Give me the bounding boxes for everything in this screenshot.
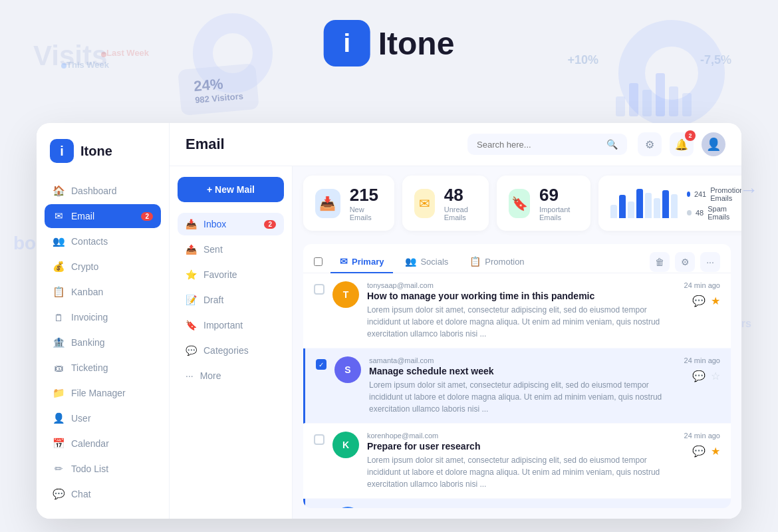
select-all-checkbox[interactable] [314,257,323,266]
search-input[interactable] [477,140,601,150]
categories-icon: 💬 [186,345,197,356]
sidebar-logo: i Itone [37,139,169,179]
bg-arrow-right: → [739,180,758,201]
email-row[interactable]: ✓ J jordannico@mail.com Bug Issues Repor… [303,499,731,508]
stat-card-important: 🔖 69 Important Emails [497,176,590,231]
sidebar-item-crypto[interactable]: 💰 Crypto [45,255,161,279]
comment-icon[interactable]: 💬 [692,445,706,458]
folder-sent[interactable]: 📤 Sent [178,238,284,261]
tab-label: Primary [352,257,384,267]
bg-logo-icon: i [324,20,370,66]
email-content: samanta@mail.com Manage schedule next we… [369,356,676,415]
main-header: Email 🔍 ⚙ 🔔 2 👤 [170,123,741,166]
dashboard-icon: 🏠 [53,185,65,197]
tab-promotion[interactable]: 📋 Promotion [460,251,533,273]
crypto-icon: 💰 [53,261,65,273]
stat-card-unread: ✉ 48 Unread Emails [402,176,489,231]
notifications-button[interactable]: 🔔 2 [670,132,694,156]
more-options-button[interactable]: ··· [700,252,720,272]
promotion-label: Promotion Emails [710,186,741,202]
star-icon[interactable]: ★ [711,295,720,307]
folder-inbox[interactable]: 📥 Inbox 2 [178,213,284,235]
ellipsis-icon: ··· [706,257,714,267]
folder-label: Inbox [203,219,226,229]
email-avatar: S [334,356,361,383]
email-avatar: K [332,432,359,458]
sidebar-item-kanban[interactable]: 📋 Kanban [45,280,161,304]
inbox-stat-icon: 📥 [319,196,336,211]
gear-icon: ⚙ [645,138,654,151]
email-preview: Lorem ipsum dolor sit amet, consectetur … [367,304,676,340]
email-time: 24 min ago [684,507,720,508]
star-icon[interactable]: ★ [711,445,720,458]
folder-important[interactable]: 🔖 Important [178,314,284,336]
bg-logo-text: Itone [378,25,455,62]
sidebar-item-invoicing[interactable]: 🗒 Invoicing [45,305,161,329]
sidebar-item-banking[interactable]: 🏦 Banking [45,331,161,354]
folder-more[interactable]: ··· More [178,364,284,387]
unread-stat-icon: ✉ [419,196,430,211]
user-avatar-button[interactable]: 👤 [702,132,725,156]
email-checkbox[interactable] [314,284,324,295]
tab-settings-button[interactable]: ⚙ [675,252,695,272]
email-row[interactable]: ✓ S samanta@mail.com Manage schedule nex… [303,348,731,424]
delete-button[interactable]: 🗑 [650,252,670,272]
email-content: tonysaap@mail.com How to manage your wor… [367,281,676,340]
sidebar-item-calendar[interactable]: 📅 Calendar [45,432,161,456]
sidebar-item-chat[interactable]: 💬 Chat [45,482,161,506]
sidebar-item-contacts[interactable]: 👥 Contacts [45,229,161,253]
sidebar-item-label: Banking [71,337,105,348]
email-row[interactable]: K korenhope@mail.com Prepare for user re… [303,424,731,499]
unread-icon-wrap: ✉ [414,189,434,218]
sidebar-item-ticketing[interactable]: 🎟 Ticketing [45,356,161,380]
email-actions: 💬 ★ [692,295,720,307]
bg-dot1 [61,63,66,68]
sidebar-item-file-manager[interactable]: 📁 File Manager [45,381,161,405]
star-icon[interactable]: ☆ [711,370,720,382]
unread-count: 48 [444,185,477,205]
email-avatar: T [332,281,359,308]
email-list: T tonysaap@mail.com How to manage your w… [303,273,731,508]
bg-week2: Last Week [106,48,149,58]
promotion-dot [687,192,690,197]
sidebar: i Itone 🏠 Dashboard ✉ Email 2 👥 Contacts [37,123,170,519]
promotion-count: 241 [694,190,706,198]
sent-icon: 📤 [186,244,197,255]
email-preview: Lorem ipsum dolor sit amet, consectetur … [369,379,676,415]
tab-primary[interactable]: ✉ Primary [330,251,393,273]
header-icons: ⚙ 🔔 2 👤 [638,132,725,156]
legend-spam: 48 Spam Emails [687,205,741,221]
sidebar-item-label: Kanban [71,287,103,297]
email-time: 24 min ago [684,432,720,440]
comment-icon[interactable]: 💬 [692,295,706,307]
email-row[interactable]: T tonysaap@mail.com How to manage your w… [303,273,731,348]
user-icon: 👤 [53,412,65,424]
email-icon: ✉ [53,210,65,222]
contacts-icon: 👥 [53,235,65,247]
email-checkbox[interactable]: ✓ [316,359,326,370]
tab-socials[interactable]: 👥 Socials [396,251,457,273]
bg-chart [616,73,692,116]
kanban-icon: 📋 [53,286,65,298]
email-from: tonysaap@mail.com [367,281,676,289]
email-subject: How to manage your working time in this … [367,291,676,301]
main-content: Email 🔍 ⚙ 🔔 2 👤 + N [170,123,741,519]
tab-actions: 🗑 ⚙ ··· [650,252,720,272]
page-title: Email [186,136,225,153]
new-mail-button[interactable]: + New Mail [178,177,284,202]
sidebar-item-email[interactable]: ✉ Email 2 [45,204,161,228]
comment-filled-icon[interactable]: 💬 [692,370,706,382]
folder-favorite[interactable]: ⭐ Favorite [178,263,284,286]
email-checkbox[interactable] [314,434,324,445]
email-subject: Prepare for user research [367,441,676,452]
sidebar-item-dashboard[interactable]: 🏠 Dashboard [45,179,161,203]
chart-legend: 241 Promotion Emails 48 Spam Emails [687,186,741,221]
new-emails-icon-wrap: 📥 [315,189,340,218]
email-content: korenhope@mail.com Prepare for user rese… [367,432,676,490]
sidebar-item-user[interactable]: 👤 User [45,406,161,430]
bell-icon: 🔔 [675,138,688,151]
sidebar-item-todo[interactable]: ✏ Todo List [45,457,161,481]
folder-draft[interactable]: 📝 Draft [178,289,284,311]
settings-button[interactable]: ⚙ [638,132,662,156]
folder-categories[interactable]: 💬 Categories [178,339,284,362]
